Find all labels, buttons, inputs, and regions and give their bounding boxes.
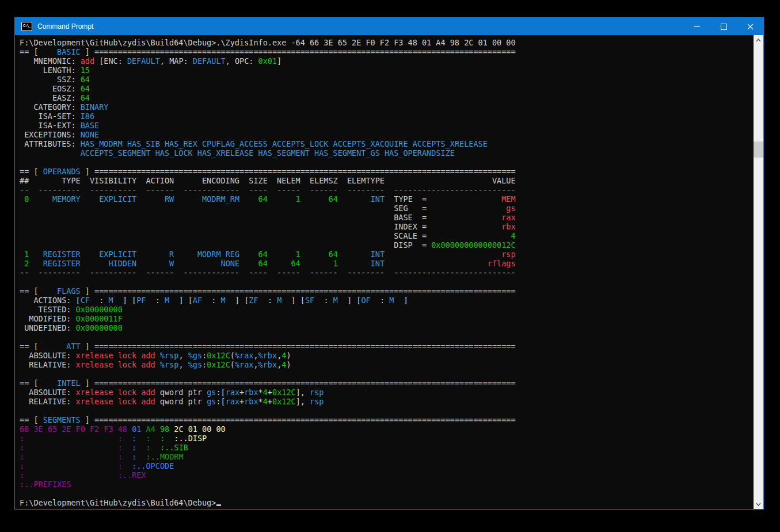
window-title: Command Prompt <box>37 22 93 30</box>
cmd-prompt-icon[interactable]: C:\_ <box>21 22 32 31</box>
terminal-output[interactable]: F:\Development\GitHub\zydis\Build64\Debu… <box>15 35 754 509</box>
terminal-line: MNEMONIC: add [ENC: DEFAULT, MAP: DEFAUL… <box>20 56 754 66</box>
terminal-line: == [ INTEL ] ===========================… <box>20 378 754 388</box>
terminal-line <box>20 332 754 342</box>
terminal-line: : : :..OPCODE <box>20 461 754 470</box>
terminal-line <box>20 158 754 167</box>
terminal-line: : : : :..MODRM <box>20 452 754 461</box>
terminal-line: RELATIVE: xrelease lock add %rsp, %gs:0x… <box>20 360 754 369</box>
terminal-line: 2 REGISTER HIDDEN W NONE 64 64 1 INT rfl… <box>20 259 754 268</box>
terminal-line: -- --------- ---------- ------ ---------… <box>20 268 754 277</box>
terminal-line: ABSOLUTE: xrelease lock add %rsp, %gs:0x… <box>20 351 754 360</box>
terminal-line: == [ ATT ] =============================… <box>20 342 754 351</box>
scroll-up-button[interactable] <box>754 35 763 45</box>
terminal-line <box>20 489 754 498</box>
minimize-button[interactable] <box>684 18 710 35</box>
scrollbar[interactable] <box>754 35 763 509</box>
terminal-line: ATTRIBUTES: HAS_MODRM HAS_SIB HAS_REX CP… <box>20 139 754 148</box>
maximize-icon <box>721 24 727 30</box>
terminal-line: 66 3E 65 2E F0 F2 F3 48 01 A4 98 2C 01 0… <box>20 424 754 434</box>
terminal-line: -- --------- ---------- ------ ---------… <box>20 185 754 194</box>
terminal-line: == [ SEGMENTS ] ========================… <box>20 415 754 424</box>
terminal-line: EASZ: 64 <box>20 93 754 102</box>
console-content: F:\Development\GitHub\zydis\Build64\Debu… <box>15 35 763 509</box>
terminal-line: 0 MEMORY EXPLICIT RW MODRM_RM 64 1 64 IN… <box>20 194 754 204</box>
chevron-down-icon <box>756 503 761 506</box>
terminal-line: DISP = 0x000000000000012C <box>20 240 754 250</box>
window-controls <box>684 18 763 35</box>
terminal-line: 1 REGISTER EXPLICIT R MODRM_REG 64 1 64 … <box>20 250 754 259</box>
terminal-line: : : : : :..SIB <box>20 443 754 452</box>
terminal-line: ACTIONS: [CF : M ] [PF : M ] [AF : M ] [… <box>20 296 754 305</box>
terminal-line: SCALE = 4 <box>20 231 754 240</box>
prompt-cursor <box>216 504 221 506</box>
scroll-down-button[interactable] <box>754 499 763 509</box>
titlebar[interactable]: C:\_ Command Prompt <box>15 18 763 35</box>
terminal-line: == [ BASIC ] ===========================… <box>20 47 754 56</box>
terminal-line: : : : : : :..DISP <box>20 434 754 443</box>
terminal-line: ISA-SET: I86 <box>20 112 754 121</box>
terminal-line: ## TYPE VISIBILITY ACTION ENCODING SIZE … <box>20 176 754 185</box>
terminal-line: :..PREFIXES <box>20 480 754 489</box>
terminal-line: UNDEFINED: 0x00000000 <box>20 323 754 332</box>
terminal-line: INDEX = rbx <box>20 222 754 231</box>
terminal-line: ACCEPTS_SEGMENT HAS_LOCK HAS_XRELEASE HA… <box>20 148 754 158</box>
terminal-line: EXCEPTIONS: NONE <box>20 130 754 139</box>
minimize-icon <box>694 26 700 27</box>
terminal-line: == [ OPERANDS ] ========================… <box>20 167 754 176</box>
terminal-line: CATEGORY: BINARY <box>20 102 754 112</box>
close-button[interactable] <box>737 18 763 35</box>
terminal-line: : :..REX <box>20 470 754 480</box>
terminal-line: BASE = rax <box>20 213 754 222</box>
close-icon <box>747 24 754 30</box>
terminal-line <box>20 369 754 378</box>
terminal-line: ISA-EXT: BASE <box>20 121 754 130</box>
terminal-line: SEG = gs <box>20 204 754 213</box>
terminal-line: ABSOLUTE: xrelease lock add qword ptr gs… <box>20 388 754 397</box>
terminal-line <box>20 277 754 286</box>
terminal-line: F:\Development\GitHub\zydis\Build64\Debu… <box>20 498 754 507</box>
maximize-button[interactable] <box>710 18 737 35</box>
terminal-line: TESTED: 0x00000000 <box>20 305 754 314</box>
terminal-line: == [ FLAGS ] ===========================… <box>20 286 754 296</box>
terminal-line: F:\Development\GitHub\zydis\Build64\Debu… <box>20 38 754 47</box>
command-prompt-window: C:\_ Command Prompt F:\Development\GitHu… <box>14 17 764 510</box>
terminal-line: EOSZ: 64 <box>20 84 754 93</box>
chevron-up-icon <box>756 39 761 42</box>
terminal-line: RELATIVE: xrelease lock add qword ptr gs… <box>20 397 754 406</box>
terminal-line <box>20 406 754 415</box>
terminal-line: SSZ: 64 <box>20 75 754 84</box>
terminal-line: MODIFIED: 0x0000011F <box>20 314 754 323</box>
scrollbar-thumb[interactable] <box>754 141 763 158</box>
terminal-line: LENGTH: 15 <box>20 66 754 75</box>
